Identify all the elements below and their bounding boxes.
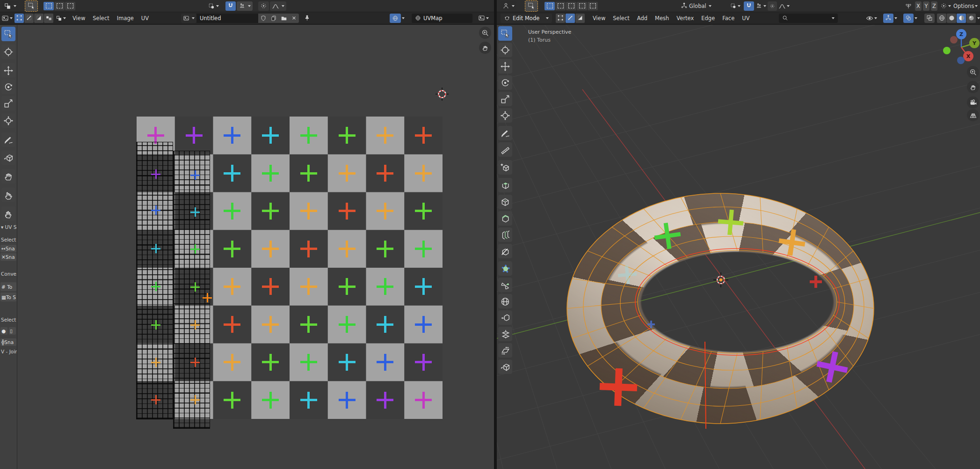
shading-solid-button[interactable] [947,14,956,23]
tool-bevel[interactable] [498,211,512,226]
uv-tool-chip[interactable] [2,1,18,11]
v3d-ortho-button[interactable] [967,109,979,121]
mode-dropdown[interactable]: Edit Mode [501,14,552,23]
v3d-proportional-toggle[interactable] [768,1,777,11]
new-image-button[interactable] [269,14,279,23]
image-browse-dropdown[interactable] [181,14,196,23]
dot-toggle[interactable]: ● [0,327,7,335]
v3d-mode-subtract[interactable] [566,2,576,10]
menu-face[interactable]: Face [719,15,738,22]
tool-move[interactable] [498,59,512,73]
tool-spin[interactable] [498,278,512,292]
gizmo-neg-y-ball[interactable] [943,47,951,54]
uv-mode-subtract-button[interactable] [65,2,75,10]
v3d-viewport[interactable]: User Perspective (1) Torus Z Y X [497,25,980,469]
uv-edge-select-button[interactable] [24,14,34,23]
menu-uv[interactable]: UV [138,15,152,22]
gizmo-neg-z-ball[interactable] [957,57,965,64]
uv-canvas[interactable]: ▾ UV Sq Select ... ↔Sna ✕Sna Conve... # … [0,25,494,469]
v3d-pivot-dropdown[interactable] [730,2,740,9]
uv-pivot-dropdown[interactable] [208,2,219,10]
menu-select[interactable]: Select [609,15,633,22]
tool-shear[interactable] [498,343,512,358]
snap-axis-button[interactable]: ↔Sna [0,245,16,252]
tool-select-box[interactable] [498,26,512,41]
tool-loop-cut[interactable] [498,227,512,242]
tool-poly-build[interactable] [498,261,512,276]
uv-pan-button[interactable] [479,42,491,54]
tool-annotate[interactable] [498,126,512,140]
v3d-mode-set[interactable] [544,2,555,10]
overlays-dropdown[interactable] [903,14,917,23]
menu-add[interactable]: Add [633,15,651,22]
uv-proportional-toggle[interactable] [258,1,269,11]
v3d-tool-chip[interactable] [501,1,516,11]
v3d-snap-toggle[interactable] [744,1,754,11]
menu-view[interactable]: View [589,15,609,22]
uvmap-field[interactable]: UVMap [412,14,472,23]
menu-view[interactable]: View [69,15,89,22]
display-channels-dropdown[interactable] [390,14,405,23]
pin-icon[interactable] [304,15,311,22]
tool-scale[interactable] [498,92,512,106]
uv-island-strip-2[interactable] [174,151,210,428]
tool-inset-faces[interactable] [498,195,512,209]
uv-mode-set-button[interactable] [44,2,54,10]
shading-wireframe-button[interactable] [937,14,946,23]
shading-material-button[interactable] [957,14,966,23]
open-image-button[interactable] [279,14,289,23]
snap-cursor-button[interactable]: ╬Sna [0,338,16,346]
uv-face-select-button[interactable] [34,14,44,23]
unlink-image-button[interactable] [289,14,299,23]
uv-editor-type-button[interactable] [1,15,13,22]
v3d-mode-invert[interactable] [577,2,587,10]
snap-base-dropdown[interactable] [940,2,951,9]
visibility-dropdown[interactable] [866,15,877,22]
uv-island-strip-1[interactable] [137,142,173,419]
tool-smooth[interactable] [498,294,512,308]
mirror-x-button[interactable]: X [915,1,922,11]
v3d-pan-button[interactable] [967,81,979,93]
vertex-mode-button[interactable] [556,14,565,23]
gizmos-dropdown[interactable] [883,14,897,23]
menu-image[interactable]: Image [113,15,138,22]
menu-select[interactable]: Select [89,15,113,22]
v3d-mode-extend[interactable] [555,2,566,10]
to-square-button[interactable]: ▦To S [0,293,16,301]
shading-rendered-button[interactable] [966,14,976,23]
tool-cursor[interactable] [498,43,512,57]
tool-rotate[interactable] [498,75,512,90]
tool-edge-slide[interactable] [498,310,512,325]
tool-transform[interactable] [498,108,512,123]
tool-knife[interactable] [498,244,512,258]
uv-snap-toggle[interactable] [225,1,236,11]
menu-uv[interactable]: UV [738,15,753,22]
xray-toggle[interactable] [924,14,935,23]
uv-sticky-dropdown[interactable] [56,15,66,22]
menu-mesh[interactable]: Mesh [651,15,673,22]
v3d-camera-button[interactable] [967,96,979,109]
orientation-dropdown[interactable]: Global [681,2,711,9]
tool-rip-region[interactable] [498,359,512,374]
tool-shrink-fatten[interactable] [498,327,512,341]
menu-edge[interactable]: Edge [697,15,719,22]
to-grid-button[interactable]: # To [0,282,16,291]
image-settings-dropdown[interactable] [478,15,489,22]
uv-zoom-button[interactable] [479,27,491,39]
v3d-zoom-button[interactable] [967,66,979,78]
fake-user-button[interactable] [258,14,269,23]
image-name-field[interactable]: Untitled [196,14,258,23]
tool-add-cube[interactable] [498,160,512,175]
tool-extrude-region[interactable] [498,178,512,192]
snap-equal-button[interactable]: ✕Sna [0,253,16,261]
options-dropdown[interactable]: Options [953,3,978,9]
uv-island-select-button[interactable] [44,14,53,23]
face-mode-button[interactable] [575,14,585,23]
v3d-mode-intersect[interactable] [588,2,598,10]
uv-vertex-select-button[interactable] [15,14,24,23]
mirror-z-button[interactable]: Z [931,1,937,11]
menu-vertex[interactable]: Vertex [673,15,697,22]
v3d-snap-target-dropdown[interactable] [755,2,766,9]
navigation-gizmo[interactable]: Z Y X [940,27,980,68]
mirror-y-button[interactable]: Y [923,1,929,11]
